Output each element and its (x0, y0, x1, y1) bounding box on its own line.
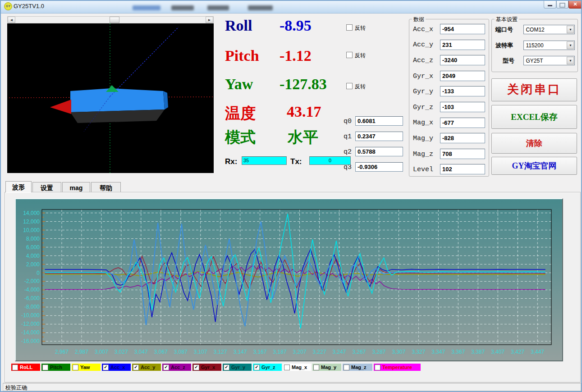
menu-item-blurred-3[interactable] (207, 5, 229, 10)
data-label-gyr_x: Gyr_x (413, 73, 440, 80)
legend-item-pitch[interactable]: Pitch (41, 364, 70, 371)
data-field-level[interactable]: 102 (440, 164, 485, 174)
checkbox-icon[interactable] (73, 365, 78, 370)
legend-label: Acc_x (110, 365, 125, 370)
data-row: Acc_z-3240 (413, 55, 485, 67)
taobao-link-button[interactable]: GY淘宝官网 (491, 157, 577, 175)
viewport-3d-canvas[interactable] (7, 23, 214, 173)
invert-yaw-checkbox[interactable]: 反转 (346, 83, 366, 91)
minimize-button[interactable] (544, 1, 556, 9)
status-bar: 校验正确 (3, 383, 581, 391)
clear-button[interactable]: 清除 (491, 133, 577, 154)
svg-text:3,327: 3,327 (412, 349, 425, 355)
svg-text:3,027: 3,027 (115, 349, 128, 355)
data-row: Gyr_y-133 (413, 86, 485, 98)
legend-label: Mag_x (292, 365, 307, 370)
tx-label: Tx: (290, 157, 302, 166)
chevron-down-icon[interactable]: ▼ (567, 41, 574, 49)
menu-item-blurred-2[interactable] (171, 5, 194, 10)
chevron-down-icon[interactable]: ▼ (567, 26, 574, 33)
checkbox-icon[interactable]: ✓ (254, 365, 260, 370)
port-select[interactable]: COM12▼ (523, 25, 575, 34)
checkbox-icon[interactable] (284, 365, 290, 370)
q1-field[interactable]: 0.2347 (355, 132, 403, 141)
menu-item-blurred-4[interactable] (248, 5, 273, 10)
legend-item-gyr_z[interactable]: ✓Gyr_z (253, 364, 282, 371)
baud-select[interactable]: 115200▼ (523, 41, 575, 50)
invert-roll-checkbox[interactable]: 反转 (346, 24, 366, 32)
data-field-mag_x[interactable]: -677 (440, 118, 485, 128)
rx-label: Rx: (225, 157, 237, 166)
tab-mag[interactable]: mag (62, 182, 90, 192)
data-label-mag_y: Mag_y (413, 135, 440, 142)
checkbox-icon[interactable] (12, 365, 18, 370)
data-field-acc_y[interactable]: 231 (440, 40, 485, 50)
checkbox-icon[interactable] (344, 365, 349, 370)
q0-field[interactable]: 0.6081 (355, 116, 403, 126)
checkbox-icon[interactable]: ✓ (133, 365, 139, 370)
scroll-left-icon[interactable]: ◄ (8, 17, 15, 23)
tab-settings[interactable]: 设置 (32, 182, 61, 192)
close-serial-button[interactable]: 关闭串口 (491, 78, 577, 101)
tx-field[interactable]: 0 (309, 156, 351, 165)
maximize-icon (559, 3, 565, 8)
legend-item-yaw[interactable]: Yaw (72, 364, 101, 371)
q3-field[interactable]: -0.9306 (355, 162, 403, 172)
waveform-chart: 14,00012,00010,0008,0006,0004,0002,0000-… (15, 198, 563, 361)
data-field-gyr_y[interactable]: -133 (440, 86, 485, 96)
chevron-down-icon[interactable]: ▼ (567, 57, 574, 64)
data-field-acc_z[interactable]: -3240 (440, 55, 485, 65)
checkbox-icon[interactable] (42, 365, 48, 370)
legend-item-gyr_x[interactable]: ✓Gyr_x (192, 364, 221, 371)
model-row: 型号 GY25T▼ (495, 56, 575, 65)
svg-text:-2,000: -2,000 (24, 278, 40, 284)
svg-text:6,000: 6,000 (26, 244, 40, 251)
data-row: Mag_y-828 (413, 133, 485, 145)
app-window: GY GY25TV1.0 ✕ ◄ ► (0, 0, 582, 392)
excel-save-button[interactable]: EXCEL保存 (491, 105, 577, 129)
data-field-mag_z[interactable]: 708 (440, 149, 485, 159)
legend-item-mag_x[interactable]: Mag_x (283, 364, 311, 371)
scrollbar-thumb[interactable] (110, 17, 119, 23)
quaternion-row: q10.2347 (344, 132, 403, 141)
data-field-acc_x[interactable]: -954 (440, 24, 485, 34)
roll-label: Roll (225, 17, 252, 34)
q2-label: q2 (344, 148, 352, 156)
data-field-gyr_z[interactable]: -103 (440, 102, 485, 112)
legend-item-acc_x[interactable]: ✓Acc_x (102, 364, 131, 371)
svg-text:3,087: 3,087 (174, 349, 188, 355)
checkbox-icon[interactable] (313, 365, 319, 370)
svg-text:3,287: 3,287 (372, 349, 385, 355)
checkbox-icon[interactable]: ✓ (193, 365, 199, 370)
menu-item-blurred-1[interactable] (133, 5, 160, 10)
quaternion-row: q00.6081 (344, 116, 403, 126)
data-groupbox: 数据 Acc_x-954Acc_y231Acc_z-3240Gyr_x2049G… (409, 19, 489, 177)
tab-help[interactable]: 帮助 (91, 182, 121, 192)
legend-item-acc_y[interactable]: ✓Acc_y (132, 364, 161, 371)
viewport-hscrollbar[interactable]: ◄ ► (7, 16, 214, 23)
svg-text:10,000: 10,000 (23, 227, 40, 233)
legend-item-acc_z[interactable]: ✓Acc_z (162, 364, 191, 371)
maximize-button[interactable] (556, 1, 568, 9)
checkbox-icon[interactable]: ✓ (103, 365, 109, 370)
legend-item-temperature[interactable]: Temperature (374, 364, 421, 371)
model-select[interactable]: GY25T▼ (523, 56, 575, 65)
legend-item-mag_y[interactable]: Mag_y (312, 364, 341, 371)
tab-waveform[interactable]: 波形 (5, 181, 32, 192)
data-label-acc_x: Acc_x (413, 26, 440, 33)
close-button[interactable]: ✕ (568, 1, 582, 9)
data-field-mag_y[interactable]: -828 (440, 133, 485, 143)
checkbox-icon[interactable]: ✓ (163, 365, 169, 370)
legend-item-roll[interactable]: RoLL (11, 364, 40, 371)
invert-pitch-checkbox[interactable]: 反转 (346, 52, 366, 59)
q2-field[interactable]: 0.5788 (355, 147, 403, 156)
data-field-gyr_x[interactable]: 2049 (440, 71, 485, 81)
legend-item-gyr_y[interactable]: ✓Gyr_y (223, 364, 252, 371)
checkbox-icon[interactable]: ✓ (224, 365, 229, 370)
scroll-right-icon[interactable]: ► (206, 17, 213, 23)
svg-text:-12,000: -12,000 (21, 321, 40, 327)
legend-item-mag_z[interactable]: Mag_z (343, 364, 372, 371)
baud-row: 波特率 115200▼ (495, 41, 575, 50)
rx-field[interactable]: 35 (242, 156, 287, 165)
checkbox-icon[interactable] (375, 365, 380, 370)
